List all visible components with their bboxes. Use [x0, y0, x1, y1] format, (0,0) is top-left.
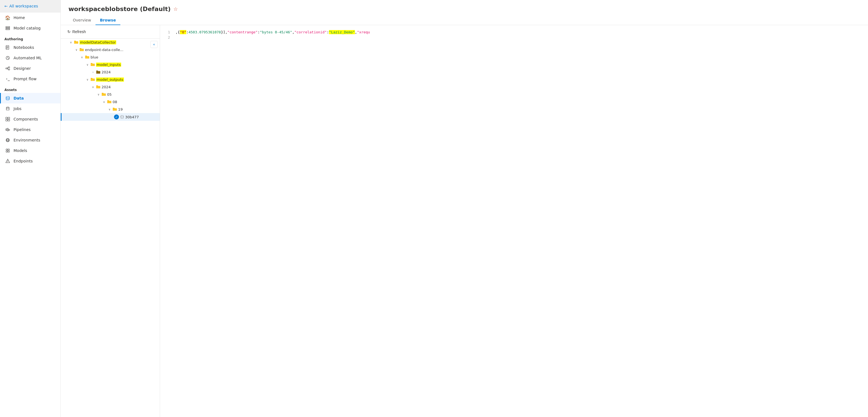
- sidebar-item-designer[interactable]: Designer: [0, 63, 60, 74]
- sidebar-item-data[interactable]: Data: [0, 93, 60, 103]
- selected-check-icon: ✓: [114, 115, 119, 120]
- sidebar-item-automated-ml[interactable]: Automated ML: [0, 53, 60, 63]
- tree-item-30b477[interactable]: ✓ {} 30b477: [61, 113, 160, 121]
- chevron-icon: ›: [91, 71, 95, 74]
- prompt-flow-icon: ›_: [5, 76, 10, 82]
- chevron-icon: ∨: [86, 63, 89, 66]
- tree-item-08[interactable]: ∨ 08: [61, 98, 160, 106]
- line-content-1: ,{"0":4503.0795361078}],"contentrange":"…: [176, 30, 864, 34]
- tree-item-modelDataCollector[interactable]: ∨ modelDataCollector: [61, 39, 160, 46]
- tree-item-2024-outputs[interactable]: ∨ 2024: [61, 83, 160, 91]
- back-label: All workspaces: [9, 4, 38, 8]
- collapse-panel-button[interactable]: «: [150, 41, 158, 48]
- chevron-icon: ∨: [102, 100, 106, 103]
- automated-ml-icon: [5, 56, 10, 60]
- tree-item-label: 30b477: [125, 115, 139, 119]
- tree-item-endpoint-data-colle[interactable]: ∨ endpoint-data-colle...: [61, 46, 160, 54]
- tree-item-label: modelDataCollector: [80, 40, 116, 44]
- home-icon: 🏠: [5, 15, 10, 20]
- file-tree[interactable]: « ∨ modelDataCollector ∨: [61, 39, 160, 417]
- svg-rect-1: [6, 28, 10, 29]
- sidebar-item-home-label: Home: [13, 15, 25, 20]
- components-icon: [5, 117, 10, 122]
- sidebar-item-prompt-flow[interactable]: ›_ Prompt flow: [0, 74, 60, 84]
- svg-rect-27: [6, 151, 7, 152]
- sidebar-item-model-catalog-label: Model catalog: [13, 26, 40, 30]
- sidebar-item-endpoints[interactable]: Endpoints: [0, 156, 60, 166]
- jobs-icon: [5, 106, 10, 111]
- svg-point-31: [7, 162, 8, 162]
- sidebar-item-environments[interactable]: Environments: [0, 135, 60, 145]
- folder-open-icon: [96, 85, 100, 89]
- tree-item-label: 08: [113, 100, 117, 104]
- tree-item-blue[interactable]: ∨ blue: [61, 54, 160, 61]
- folder-open-icon: [113, 107, 117, 112]
- data-icon: [5, 96, 10, 101]
- sidebar-item-model-catalog[interactable]: Model catalog: [0, 23, 60, 33]
- notebooks-icon: [5, 45, 10, 50]
- svg-rect-15: [6, 117, 7, 119]
- tree-item-19[interactable]: ∨ 19: [61, 106, 160, 113]
- chevron-icon: ∨: [97, 93, 100, 96]
- favorite-icon[interactable]: ☆: [173, 6, 178, 12]
- svg-rect-16: [8, 117, 10, 119]
- toolbar: ↻ Refresh: [61, 25, 160, 39]
- svg-rect-20: [7, 128, 8, 131]
- folder-open-icon: [74, 40, 79, 45]
- svg-rect-19: [6, 129, 7, 130]
- sidebar-item-components[interactable]: Components: [0, 114, 60, 124]
- code-content[interactable]: 1 ,{"0":4503.0795361078}],"contentrange"…: [160, 25, 868, 417]
- tab-browse[interactable]: Browse: [95, 16, 120, 25]
- svg-rect-11: [8, 69, 10, 70]
- tree-item-model-inputs[interactable]: ∨ model_inputs: [61, 61, 160, 68]
- model-catalog-icon: [5, 26, 10, 31]
- pipelines-icon: [5, 127, 10, 132]
- chevron-icon: ∨: [80, 56, 84, 59]
- authoring-section-header: Authoring: [0, 33, 60, 42]
- page-header: workspaceblobstore (Default) ☆ Overview …: [61, 0, 868, 25]
- tree-item-label: 2024: [101, 85, 111, 89]
- folder-closed-icon: [96, 70, 100, 74]
- svg-rect-2: [6, 29, 10, 30]
- models-icon: [5, 148, 10, 153]
- folder-open-icon: [91, 62, 95, 67]
- tree-item-label: 2024: [101, 70, 111, 74]
- svg-rect-17: [6, 120, 7, 121]
- endpoints-icon: [5, 159, 10, 164]
- tree-item-2024-inputs[interactable]: › 2024: [61, 68, 160, 76]
- tree-item-label: model_inputs: [96, 63, 121, 67]
- tab-overview[interactable]: Overview: [68, 16, 95, 25]
- sidebar-item-models[interactable]: Models: [0, 145, 60, 156]
- sidebar: ← All workspaces 🏠 Home Model catalog Au…: [0, 0, 61, 417]
- sidebar-item-endpoints-label: Endpoints: [13, 159, 33, 163]
- collapse-icon: «: [153, 42, 155, 46]
- tree-item-label: blue: [91, 55, 98, 59]
- folder-open-icon: [80, 47, 84, 52]
- sidebar-item-jobs-label: Jobs: [13, 106, 22, 111]
- svg-rect-9: [6, 68, 7, 69]
- sidebar-item-pipelines-label: Pipelines: [13, 127, 31, 132]
- sidebar-item-data-label: Data: [13, 96, 24, 100]
- back-arrow-icon: ←: [4, 4, 8, 8]
- svg-rect-25: [6, 149, 7, 150]
- code-line-1: 1 ,{"0":4503.0795361078}],"contentrange"…: [160, 30, 868, 35]
- chevron-icon: ∨: [107, 108, 112, 111]
- sidebar-item-prompt-flow-label: Prompt flow: [13, 77, 37, 81]
- sidebar-item-home[interactable]: 🏠 Home: [0, 12, 60, 23]
- sidebar-item-jobs[interactable]: Jobs: [0, 103, 60, 114]
- refresh-button[interactable]: ↻ Refresh: [65, 28, 89, 36]
- tree-item-05[interactable]: ∨ 05: [61, 91, 160, 98]
- svg-line-13: [7, 68, 8, 69]
- line-number-1: 1: [164, 30, 170, 34]
- svg-rect-18: [8, 120, 10, 121]
- tree-item-label: endpoint-data-colle...: [85, 48, 123, 52]
- svg-rect-10: [8, 67, 10, 68]
- sidebar-item-notebooks[interactable]: Notebooks: [0, 42, 60, 53]
- svg-rect-26: [8, 149, 9, 150]
- sidebar-item-pipelines[interactable]: Pipelines: [0, 124, 60, 135]
- svg-line-12: [7, 67, 8, 68]
- back-button[interactable]: ← All workspaces: [0, 0, 60, 12]
- sidebar-item-designer-label: Designer: [13, 66, 31, 71]
- tree-item-model-outputs[interactable]: ∨ model_outputs: [61, 76, 160, 83]
- chevron-icon: ∨: [86, 78, 89, 81]
